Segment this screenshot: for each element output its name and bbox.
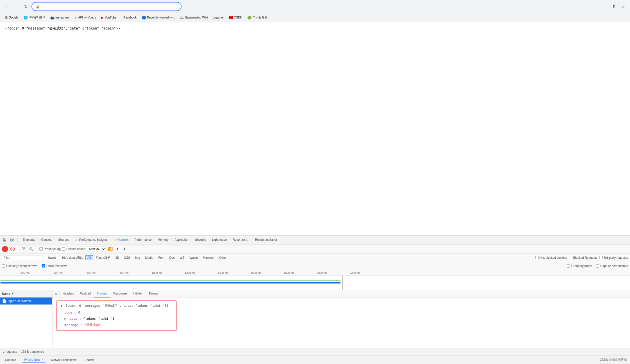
- filter-type-wasm[interactable]: Wasm: [187, 255, 200, 260]
- ruler-mark-1000: 1000 ms: [152, 271, 162, 274]
- watermark: CSDN @彭式程序猿: [600, 358, 627, 362]
- invert-checkbox-label[interactable]: Invert: [44, 256, 56, 260]
- tab-console[interactable]: Console: [38, 236, 55, 244]
- bookmark-recently-viewed-label: Recently viewed —...: [147, 16, 175, 19]
- bookmark-togather[interactable]: togather: [211, 15, 226, 20]
- bookmark-facebook[interactable]: f Facebook: [120, 15, 139, 20]
- tab-network[interactable]: ⚠ Network: [110, 236, 132, 244]
- tab-application[interactable]: Application: [172, 236, 192, 244]
- preserve-log-checkbox[interactable]: [40, 247, 43, 250]
- export-button[interactable]: ⬇: [122, 246, 127, 252]
- bookmark-vuejs[interactable]: ▼ API — Vue.js: [72, 15, 98, 20]
- filter-type-media[interactable]: Media: [143, 255, 156, 260]
- import-button[interactable]: ⬆: [115, 246, 120, 252]
- share-button[interactable]: ⬆: [610, 3, 618, 10]
- bookmark-personal-server[interactable]: 🟢 个人服务器: [245, 14, 270, 20]
- tab-lighthouse[interactable]: Lighthouse: [209, 236, 230, 244]
- record-button[interactable]: [2, 246, 8, 252]
- third-party-checkbox[interactable]: [600, 256, 603, 259]
- detail-tab-preview[interactable]: Preview: [94, 290, 110, 298]
- capture-screenshots-label[interactable]: Capture screenshots: [596, 264, 628, 268]
- device-toggle-button[interactable]: [8, 236, 16, 244]
- tab-memory[interactable]: Memory: [155, 236, 172, 244]
- detail-close-button[interactable]: ✕: [52, 290, 60, 298]
- blocked-requests-checkbox[interactable]: [569, 256, 572, 259]
- url-input[interactable]: localhost:3300/login?user=admin: [42, 4, 178, 9]
- filter-type-doc[interactable]: Doc: [167, 255, 177, 260]
- bottom-tab-whats-new[interactable]: What's New ✕: [22, 358, 45, 362]
- preserve-log-checkbox-label[interactable]: Preserve log: [40, 247, 60, 251]
- detail-tab-headers[interactable]: Headers: [60, 290, 77, 298]
- bookmark-google-translate[interactable]: 🌐 Google 翻译: [22, 14, 47, 20]
- tab-security[interactable]: Security: [192, 236, 209, 244]
- ruler-mark-2200: 2200 ms: [350, 271, 360, 274]
- options-right: Group by frame Capture screenshots: [567, 264, 628, 268]
- bottom-tab-console[interactable]: Console: [3, 358, 18, 362]
- back-button[interactable]: ←: [3, 3, 10, 10]
- detail-tab-response[interactable]: Response: [110, 290, 130, 298]
- wifi-button[interactable]: 📶: [107, 246, 113, 252]
- filter-type-manifest[interactable]: Manifest: [200, 255, 216, 260]
- filter-type-fetch-xhr[interactable]: Fetch/XHR: [94, 255, 113, 260]
- engineering-wiki-icon: 📖: [180, 16, 184, 20]
- filter-type-js[interactable]: JS: [113, 255, 121, 260]
- has-blocked-cookies-text: Has blocked cookies: [540, 256, 567, 260]
- bookmark-csdn[interactable]: C CSDN: [227, 15, 244, 20]
- inspect-element-button[interactable]: [1, 236, 8, 244]
- filter-type-other[interactable]: Other: [217, 255, 229, 260]
- forward-button[interactable]: →: [12, 3, 20, 10]
- detail-tab-timing[interactable]: Timing: [146, 290, 161, 298]
- request-item-login[interactable]: 📄 login?user=admin: [0, 298, 52, 305]
- bottom-tab-whats-new-label: What's New: [24, 358, 40, 362]
- group-by-frame-label[interactable]: Group by frame: [567, 264, 592, 268]
- show-overview-checkbox[interactable]: [42, 264, 45, 268]
- tab-recorder[interactable]: Recorder ⚠: [230, 236, 252, 244]
- tab-performance[interactable]: Performance: [132, 236, 155, 244]
- cancel-button[interactable]: 🚫: [10, 246, 16, 252]
- bookmark-youtube[interactable]: ▶ YouTube: [99, 15, 118, 20]
- expand-arrow[interactable]: ▶: [64, 317, 66, 320]
- invert-checkbox[interactable]: [44, 256, 47, 259]
- has-blocked-cookies-label[interactable]: Has blocked cookies: [535, 256, 567, 260]
- hide-data-urls-checkbox-label[interactable]: Hide data URLs: [58, 256, 83, 260]
- refresh-button[interactable]: ↻: [22, 3, 30, 10]
- show-overview-label[interactable]: Show overview: [42, 264, 66, 268]
- filter-type-ws[interactable]: WS: [178, 255, 187, 260]
- tab-sources[interactable]: Sources: [55, 236, 72, 244]
- large-rows-checkbox[interactable]: [2, 264, 5, 268]
- bookmark-button[interactable]: ☆: [620, 3, 627, 10]
- devtools-icons: [1, 236, 18, 244]
- group-by-frame-checkbox[interactable]: [567, 264, 570, 268]
- vuejs-icon: ▼: [74, 16, 77, 20]
- capture-screenshots-checkbox[interactable]: [596, 264, 599, 268]
- bottom-tab-close-icon[interactable]: ✕: [41, 358, 43, 361]
- filter-type-font[interactable]: Font: [156, 255, 166, 260]
- has-blocked-cookies-checkbox[interactable]: [535, 256, 538, 259]
- bookmark-engineering-wiki-label: Engineering Wiki: [185, 16, 208, 19]
- detail-tab-payload[interactable]: Payload: [77, 290, 94, 298]
- filter-type-all[interactable]: All: [85, 255, 93, 260]
- bookmark-recently-viewed[interactable]: 🔵 Recently viewed —...: [140, 15, 177, 20]
- filter-type-img[interactable]: Img: [133, 255, 142, 260]
- search-button[interactable]: 🔍: [28, 246, 34, 252]
- hide-data-urls-checkbox[interactable]: [58, 256, 61, 259]
- bookmark-instagram[interactable]: 📷 Instagram: [48, 15, 71, 20]
- bookmark-google[interactable]: G Google: [3, 15, 20, 20]
- detail-tab-initiator[interactable]: Initiator: [130, 290, 146, 298]
- disable-cache-checkbox-label[interactable]: Disable cache: [62, 247, 85, 251]
- throttle-select[interactable]: Slow 3G: [87, 246, 106, 252]
- large-rows-label[interactable]: Use large request rows: [2, 264, 37, 268]
- bookmark-engineering-wiki[interactable]: 📖 Engineering Wiki: [178, 15, 210, 20]
- blocked-requests-label[interactable]: Blocked Requests: [569, 256, 598, 260]
- tab-performance-insights[interactable]: ⚠ Performance insights: [72, 236, 110, 244]
- bottom-tab-network-conditions[interactable]: Network conditions: [49, 358, 78, 362]
- filter-type-css[interactable]: CSS: [122, 255, 132, 260]
- collapse-arrow[interactable]: ▼: [60, 304, 62, 308]
- third-party-label[interactable]: 3rd-party requests: [600, 256, 628, 260]
- disable-cache-checkbox[interactable]: [62, 247, 65, 250]
- bottom-tab-search[interactable]: Search: [82, 358, 96, 362]
- filter-button[interactable]: [21, 246, 27, 252]
- tab-elements[interactable]: Elements: [20, 236, 38, 244]
- filter-input[interactable]: [4, 256, 34, 260]
- tab-resources-saver[interactable]: ResourcesSaver: [252, 236, 280, 244]
